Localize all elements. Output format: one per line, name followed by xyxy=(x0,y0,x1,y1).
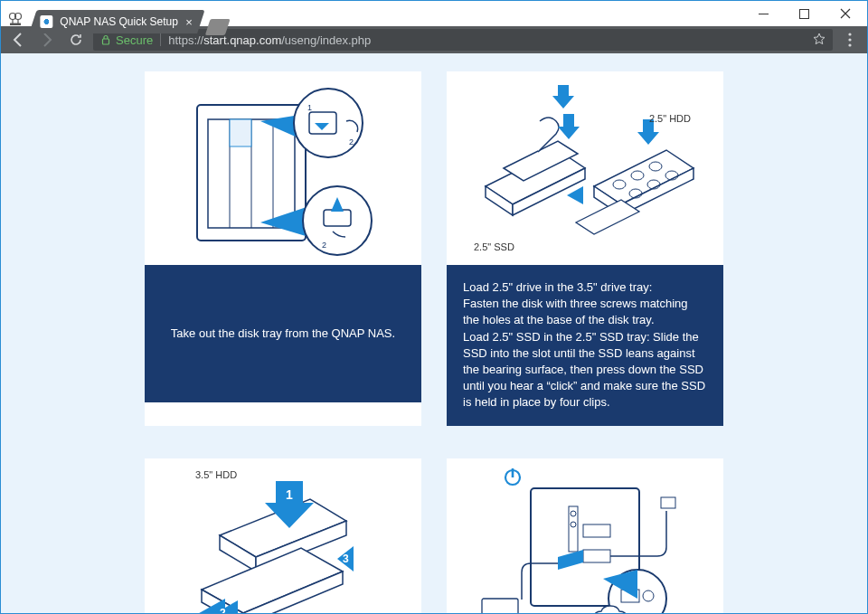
label-35-hdd: 3.5" HDD xyxy=(195,469,237,480)
address-separator xyxy=(160,33,161,46)
secure-indicator: Secure xyxy=(100,33,153,47)
setup-card-connect-power xyxy=(447,458,723,614)
step-number-1: 1 xyxy=(286,487,293,502)
secure-label: Secure xyxy=(116,33,153,47)
setup-card-load-25: 2.5" HDD 2.5" SSD xyxy=(447,71,723,426)
caption-text: Load 2.5" drive in the 3.5" drive tray: … xyxy=(463,279,707,411)
svg-marker-42 xyxy=(552,85,574,109)
bookmark-star-icon[interactable] xyxy=(813,33,826,48)
svg-rect-4 xyxy=(103,39,109,44)
caption-load-25: Load 2.5" drive in the 3.5" drive tray: … xyxy=(447,265,723,426)
svg-rect-66 xyxy=(482,599,518,614)
figure-remove-tray: 1 2 2 xyxy=(145,71,421,265)
browser-tab-strip: QNAP NAS Quick Setup × xyxy=(1,1,229,32)
window-maximize-button[interactable] xyxy=(784,1,825,26)
svg-point-21 xyxy=(303,186,372,255)
application-window: QNAP NAS Quick Setup × Secure https://st… xyxy=(0,0,868,614)
tab-title: QNAP NAS Quick Setup xyxy=(60,15,178,28)
browser-menu-icon[interactable] xyxy=(838,33,862,47)
label-25-ssd: 2.5" SSD xyxy=(474,241,514,252)
svg-marker-29 xyxy=(558,114,580,139)
power-icon xyxy=(505,468,520,485)
caption-remove-tray: Take out the disk tray from the QNAP NAS… xyxy=(145,265,421,402)
page-viewport[interactable]: 1 2 2 Take out the disk tray from the QN… xyxy=(1,53,867,613)
browser-tab-active[interactable]: QNAP NAS Quick Setup × xyxy=(29,10,205,33)
svg-point-5 xyxy=(848,33,851,35)
url-scheme: https:// xyxy=(168,33,203,47)
svg-point-6 xyxy=(848,38,851,41)
figure-load-25: 2.5" HDD 2.5" SSD xyxy=(447,71,723,265)
svg-rect-13 xyxy=(230,119,251,146)
svg-text:2: 2 xyxy=(322,241,326,250)
lock-icon xyxy=(100,34,111,45)
step-number-2: 2 xyxy=(220,607,226,614)
svg-rect-3 xyxy=(10,24,21,26)
label-25-hdd: 2.5" HDD xyxy=(649,113,691,124)
figure-connect-power xyxy=(447,458,723,614)
setup-card-remove-tray: 1 2 2 Take out the disk tray from the QN… xyxy=(145,71,421,426)
svg-rect-0 xyxy=(800,9,809,18)
url-display: https://start.qnap.com/useng/index.php xyxy=(168,33,371,47)
tab-favicon xyxy=(40,15,52,28)
caption-text: Take out the disk tray from the QNAP NAS… xyxy=(171,326,395,342)
window-close-button[interactable] xyxy=(825,1,865,26)
setup-card-load-35: 3.5" HDD 1 xyxy=(145,458,421,614)
address-bar[interactable]: Secure https://start.qnap.com/useng/inde… xyxy=(93,29,833,51)
tab-close-icon[interactable]: × xyxy=(185,15,193,29)
svg-marker-40 xyxy=(567,186,583,204)
svg-text:2: 2 xyxy=(349,137,354,146)
figure-load-35: 3.5" HDD 1 xyxy=(145,458,421,614)
devtools-toggle-icon[interactable] xyxy=(1,6,30,32)
svg-rect-61 xyxy=(661,497,675,508)
window-minimize-button[interactable] xyxy=(743,1,784,26)
step-number-3: 3 xyxy=(343,553,349,565)
setup-guide-grid: 1 2 2 Take out the disk tray from the QN… xyxy=(145,53,723,613)
svg-point-7 xyxy=(848,43,851,46)
svg-text:1: 1 xyxy=(307,103,312,112)
url-path: /useng/index.php xyxy=(281,33,371,47)
